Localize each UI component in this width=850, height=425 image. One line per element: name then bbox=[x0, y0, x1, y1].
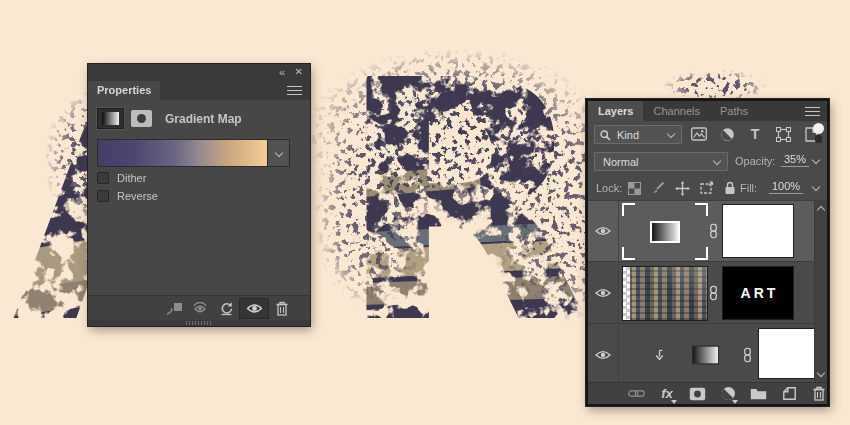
filter-adjustment-layers-icon[interactable] bbox=[719, 126, 735, 142]
tab-properties[interactable]: Properties bbox=[88, 81, 160, 100]
lock-image-pixels-icon[interactable] bbox=[650, 180, 666, 196]
toggle-visibility-icon[interactable] bbox=[239, 298, 269, 319]
lock-transparent-pixels-icon[interactable] bbox=[626, 180, 642, 196]
layers-scrollbar[interactable] bbox=[814, 201, 827, 384]
view-previous-state-icon[interactable] bbox=[187, 298, 213, 319]
type-letter: T bbox=[751, 126, 760, 142]
gradient-picker-dropdown[interactable] bbox=[268, 139, 290, 167]
blend-mode-dropdown[interactable]: Normal bbox=[594, 152, 728, 171]
layers-tabbar: Layers Channels Paths bbox=[588, 101, 827, 121]
dither-checkbox[interactable] bbox=[97, 172, 109, 184]
lock-row: Lock: bbox=[588, 175, 827, 201]
visibility-eye-icon[interactable] bbox=[588, 263, 619, 323]
dither-label: Dither bbox=[117, 172, 146, 184]
opacity-label: Opacity: bbox=[735, 155, 775, 167]
panel-resize-grip[interactable] bbox=[186, 321, 212, 325]
reverse-row: Reverse bbox=[97, 190, 158, 202]
tab-channels[interactable]: Channels bbox=[643, 101, 709, 121]
link-layers-icon[interactable] bbox=[628, 386, 645, 402]
blend-mode-value: Normal bbox=[603, 156, 638, 168]
mask-link-icon[interactable] bbox=[709, 224, 718, 239]
properties-tabbar: Properties bbox=[88, 81, 310, 100]
layer-row-city-photo[interactable]: ART bbox=[588, 263, 827, 324]
layer-row-gradient-map[interactable] bbox=[588, 201, 827, 262]
collapse-panel-icon[interactable]: « bbox=[279, 66, 284, 78]
layer-filter-row: Kind T bbox=[588, 121, 827, 148]
lock-artboard-nesting-icon[interactable] bbox=[698, 180, 714, 196]
blend-row: Normal Opacity: 35% bbox=[588, 148, 827, 175]
visibility-eye-icon[interactable] bbox=[588, 201, 619, 261]
panel-menu-icon[interactable] bbox=[287, 86, 302, 95]
mask-link-icon[interactable] bbox=[743, 348, 752, 363]
new-group-folder-icon[interactable] bbox=[750, 386, 767, 402]
transparency-checkerboard bbox=[623, 267, 630, 320]
tab-paths[interactable]: Paths bbox=[710, 101, 758, 121]
properties-titlebar: « ✕ bbox=[88, 64, 310, 81]
filter-shape-layers-icon[interactable] bbox=[775, 126, 791, 142]
properties-footer bbox=[88, 295, 310, 320]
layer-styles-fx-icon[interactable]: fx bbox=[659, 386, 675, 402]
filtering-on-off-toggle[interactable] bbox=[813, 123, 824, 143]
layer-row-clipped-gradient[interactable] bbox=[588, 325, 827, 385]
new-adjustment-layer-icon[interactable] bbox=[720, 386, 736, 402]
lock-all-icon[interactable] bbox=[722, 180, 738, 196]
reverse-checkbox[interactable] bbox=[97, 190, 109, 202]
delete-adjustment-icon[interactable] bbox=[269, 298, 295, 319]
dither-row: Dither bbox=[97, 172, 146, 184]
photoshop-workspace: A R bbox=[0, 0, 850, 425]
scroll-up-icon[interactable] bbox=[817, 206, 825, 214]
adjustment-title: Gradient Map bbox=[165, 112, 242, 126]
opacity-chevron-icon[interactable] bbox=[812, 156, 820, 164]
gradient-preview-bar[interactable] bbox=[97, 139, 268, 167]
fill-value[interactable]: 100% bbox=[769, 180, 803, 194]
clip-to-layer-icon[interactable] bbox=[161, 298, 187, 319]
adjustment-header: Gradient Map bbox=[97, 108, 242, 129]
gradient-map-layer-thumbnail[interactable] bbox=[622, 203, 708, 260]
layer-mask-icon[interactable] bbox=[131, 110, 152, 127]
white-mask-thumbnail[interactable] bbox=[722, 204, 794, 258]
filter-kind-label: Kind bbox=[617, 129, 639, 141]
gradient-fill-thumbnail[interactable] bbox=[692, 346, 719, 365]
clipping-mask-arrow-icon bbox=[654, 350, 665, 361]
lock-label: Lock: bbox=[596, 182, 622, 194]
mask-link-icon[interactable] bbox=[709, 286, 718, 301]
visibility-eye-icon[interactable] bbox=[588, 325, 619, 385]
add-layer-mask-icon[interactable] bbox=[689, 386, 706, 402]
opacity-value[interactable]: 35% bbox=[781, 153, 809, 167]
layers-menu-icon[interactable] bbox=[805, 107, 820, 116]
search-icon bbox=[600, 130, 611, 141]
reverse-label: Reverse bbox=[117, 190, 158, 202]
properties-panel: « ✕ Properties Gradient Map Dither Rever… bbox=[88, 64, 310, 326]
delete-layer-trash-icon[interactable] bbox=[811, 386, 827, 402]
city-photo-thumbnail[interactable] bbox=[622, 266, 708, 321]
filter-kind-dropdown[interactable]: Kind bbox=[594, 125, 682, 144]
filter-type-layers-icon[interactable]: T bbox=[747, 126, 763, 142]
white-mask-thumbnail[interactable] bbox=[758, 328, 816, 379]
fill-label: Fill: bbox=[740, 182, 757, 194]
layers-panel: Layers Channels Paths Kind bbox=[586, 99, 829, 406]
lock-position-icon[interactable] bbox=[674, 180, 690, 196]
fill-chevron-icon[interactable] bbox=[812, 183, 820, 191]
scroll-down-icon[interactable] bbox=[817, 369, 825, 377]
tab-layers[interactable]: Layers bbox=[588, 101, 643, 121]
layers-bottom-bar: fx bbox=[588, 382, 827, 404]
layer-list: ART bbox=[588, 201, 827, 384]
reset-adjustment-icon[interactable] bbox=[213, 298, 239, 319]
new-layer-icon[interactable] bbox=[781, 386, 797, 402]
art-text-mask-thumbnail[interactable]: ART bbox=[722, 266, 794, 320]
filter-pixel-layers-icon[interactable] bbox=[691, 126, 707, 142]
mask-text: ART bbox=[738, 285, 779, 301]
gradient-map-icon bbox=[97, 108, 124, 129]
close-panel-icon[interactable]: ✕ bbox=[295, 66, 303, 77]
